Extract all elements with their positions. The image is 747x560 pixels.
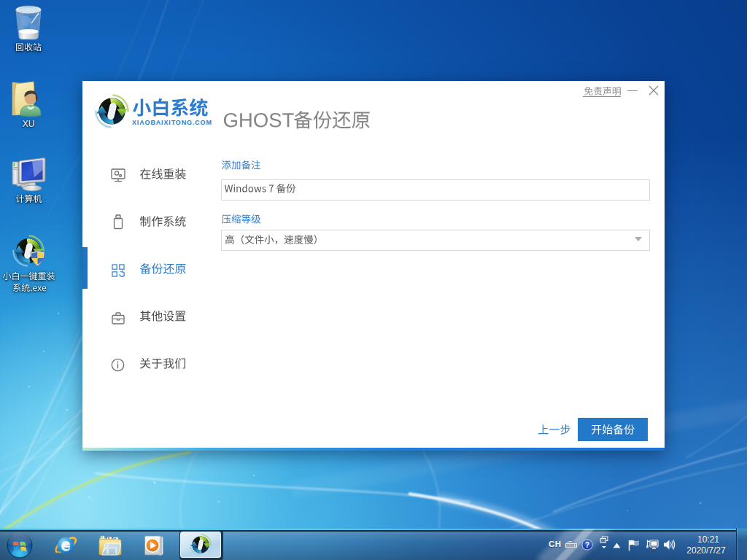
svg-text:?: ?: [585, 541, 589, 549]
